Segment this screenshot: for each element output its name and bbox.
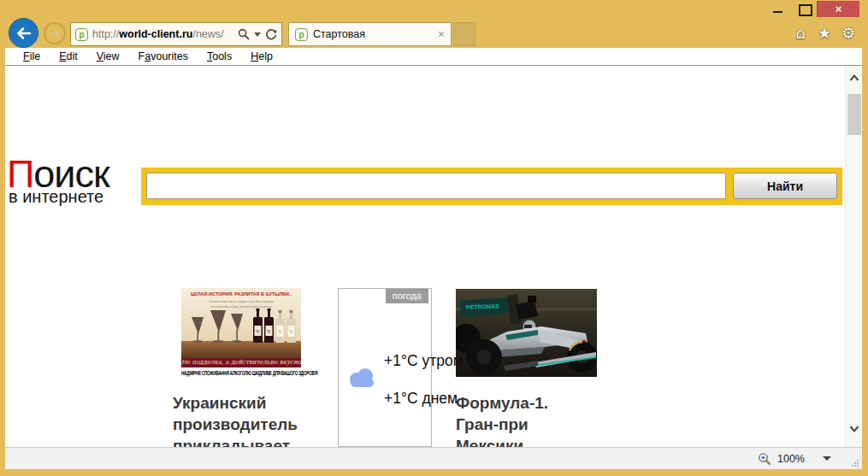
tab-startovaya[interactable]: p Стартовая × xyxy=(288,22,452,46)
close-icon: × xyxy=(836,3,842,15)
cloud-icon xyxy=(345,367,378,390)
zoom-dropdown-icon[interactable] xyxy=(823,456,831,461)
browser-action-icons: ⌂ ★ ⚙ xyxy=(791,24,858,43)
zoom-control[interactable]: 100% xyxy=(758,452,831,466)
weather-day-temp: +1°С днем xyxy=(384,390,458,408)
wine-ad-script-caption: Не подделка, а действительно вкусно... xyxy=(181,358,301,367)
svg-text:Особенные вина, созданные Маст: Особенные вина, созданные Мастерами xyxy=(209,299,274,303)
settings-gear-icon[interactable]: ⚙ xyxy=(839,24,858,43)
logo-tagline: в интернете xyxy=(9,188,109,205)
svg-text:V: V xyxy=(289,329,293,334)
svg-text:по собственному, авторскому ре: по собственному, авторскому рецепту xyxy=(211,304,272,309)
minimize-button[interactable] xyxy=(765,1,791,17)
scrollbar-thumb[interactable] xyxy=(847,94,861,135)
svg-text:V: V xyxy=(267,328,271,335)
new-tab-button[interactable] xyxy=(453,22,475,46)
news-image-wine-ad[interactable]: ЦЕЛАЯ ИСТОРИЯ. РАЗЛИТАЯ В БУТЫЛКИ.. Особ… xyxy=(181,288,301,379)
f1-car-illustration: PETRONAS xyxy=(456,289,597,377)
menu-view[interactable]: View xyxy=(87,50,129,62)
tab-title: Стартовая xyxy=(313,28,433,40)
search-panel: Найти xyxy=(141,167,842,205)
forward-arrow-icon xyxy=(48,26,62,40)
back-arrow-icon xyxy=(15,24,33,43)
maximize-button[interactable] xyxy=(791,1,817,17)
home-icon[interactable]: ⌂ xyxy=(791,24,810,43)
search-icon[interactable] xyxy=(238,28,250,40)
svg-text:PETRONAS: PETRONAS xyxy=(466,303,499,310)
tab-close-icon[interactable]: × xyxy=(438,28,445,40)
title-bar[interactable] xyxy=(0,0,765,17)
news-image-f1[interactable]: PETRONAS xyxy=(456,289,597,377)
menu-tools[interactable]: Tools xyxy=(198,50,241,62)
menu-bar: File Edit View Favourites Tools Help xyxy=(5,48,862,66)
close-button[interactable]: × xyxy=(817,1,859,17)
svg-text:V: V xyxy=(278,329,282,334)
wine-ad-health-warning: НАДМІРНЕ СПОЖИВАННЯ АЛКОГОЛЮ ШКІДЛИВЕ ДЛ… xyxy=(181,367,268,379)
search-dropdown-icon[interactable] xyxy=(254,32,261,37)
menu-file[interactable]: File xyxy=(14,50,50,62)
site-logo: Поиск в интернете xyxy=(7,155,109,205)
scroll-up-icon[interactable] xyxy=(849,73,859,82)
window-frame-right xyxy=(862,48,868,476)
browser-window: × p http://world-client.ru/news/ p xyxy=(0,0,868,476)
address-bar[interactable]: p http://world-client.ru/news/ xyxy=(70,22,282,46)
url-domain: world-client.ru xyxy=(119,28,192,40)
wine-ad-illustration: ЦЕЛАЯ ИСТОРИЯ. РАЗЛИТАЯ В БУТЫЛКИ.. Особ… xyxy=(181,288,301,358)
url-text[interactable]: http://world-client.ru/news/ xyxy=(92,28,233,40)
zoom-level: 100% xyxy=(777,453,805,465)
svg-text:ЦЕЛАЯ ИСТОРИЯ. РАЗЛИТАЯ В БУТЫ: ЦЕЛАЯ ИСТОРИЯ. РАЗЛИТАЯ В БУТЫЛКИ.. xyxy=(191,291,292,297)
vertical-scrollbar[interactable] xyxy=(845,66,862,447)
svg-text:V: V xyxy=(256,328,260,335)
weather-morning-temp: +1°С утром xyxy=(384,352,464,370)
search-input[interactable] xyxy=(146,173,726,199)
url-scheme: http:// xyxy=(92,28,119,40)
weather-label: погода xyxy=(386,289,428,303)
window-frame-bottom xyxy=(0,469,868,476)
zoom-icon xyxy=(758,452,771,466)
window-controls: × xyxy=(765,0,859,17)
favorites-star-icon[interactable]: ★ xyxy=(815,24,834,43)
menu-edit[interactable]: Edit xyxy=(50,50,87,62)
page-favicon-icon: p xyxy=(75,28,88,41)
menu-favourites[interactable]: Favourites xyxy=(129,50,198,62)
menu-help[interactable]: Help xyxy=(241,50,282,62)
back-button[interactable] xyxy=(9,18,38,48)
resize-grip[interactable] xyxy=(852,460,859,467)
refresh-icon[interactable] xyxy=(265,28,277,41)
url-path: /news/ xyxy=(192,28,223,40)
tab-favicon-icon: p xyxy=(295,28,308,41)
status-bar: 100% xyxy=(5,447,862,469)
address-bar-icons xyxy=(238,28,277,41)
forward-button[interactable] xyxy=(44,22,66,44)
scroll-down-icon[interactable] xyxy=(849,425,859,433)
search-submit-button[interactable]: Найти xyxy=(733,173,837,199)
window-frame-left xyxy=(0,48,5,476)
